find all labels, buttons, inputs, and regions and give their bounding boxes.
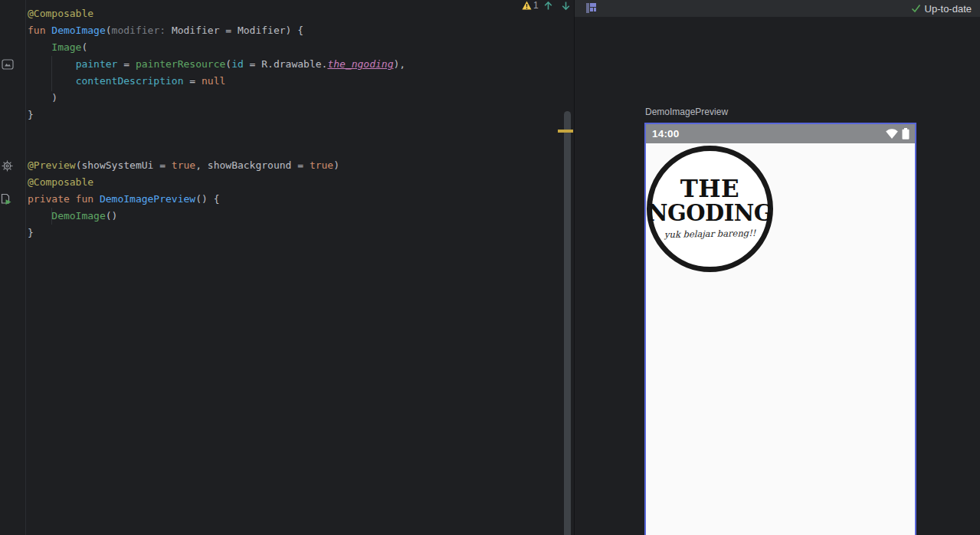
code-token: ): [333, 159, 339, 171]
code-line: contentDescription = null: [28, 73, 405, 90]
arrow-down-icon[interactable]: [561, 1, 571, 11]
gutter-separator: [25, 0, 26, 535]
code-text-area[interactable]: @Composablefun DemoImage(modifier: Modif…: [28, 5, 405, 241]
code-token: Modifier = Modifier) {: [172, 25, 303, 36]
the-ngoding-logo: THE NGODING yuk belajar bareng!!: [647, 146, 773, 272]
code-token: () {: [195, 193, 219, 205]
code-token: [28, 210, 51, 222]
device-statusbar: 14:00: [646, 124, 915, 143]
code-token: (): [106, 210, 118, 222]
code-token: [28, 58, 76, 70]
code-token: [28, 41, 51, 53]
inspections-widget[interactable]: 1: [522, 0, 571, 11]
code-token: @Composable: [28, 176, 93, 188]
code-token: (: [225, 58, 231, 70]
code-token: private fun: [28, 193, 100, 205]
code-token: DemoImage: [51, 210, 105, 222]
code-token: = R.drawable.: [244, 58, 328, 70]
editor-scrollbar-thumb[interactable]: [564, 111, 571, 535]
code-token: }: [28, 227, 34, 238]
logo-text-line2: NGODING: [647, 202, 772, 225]
code-token: id: [231, 58, 244, 70]
code-editor[interactable]: @Composablefun DemoImage(modifier: Modif…: [0, 0, 574, 535]
check-icon: [911, 4, 921, 13]
code-line: [28, 123, 405, 140]
code-token: @Composable: [28, 8, 93, 19]
preview-toolbar: Up-to-date: [575, 0, 980, 17]
code-line: DemoImage(): [28, 208, 405, 225]
warning-count: 1: [533, 0, 539, 11]
code-line: Image(: [28, 39, 405, 56]
build-status-chip[interactable]: Up-to-date: [911, 0, 972, 17]
code-token: @Preview: [28, 159, 76, 171]
preview-name-label[interactable]: DemoImagePreview: [645, 107, 728, 117]
battery-icon: [901, 127, 910, 140]
code-token: [28, 75, 76, 87]
logo-tagline: yuk belajar bareng!!: [664, 228, 756, 240]
code-line: @Composable: [28, 5, 405, 22]
code-token: DemoImage: [51, 25, 105, 36]
code-token: contentDescription: [76, 75, 184, 87]
code-token: Image: [51, 41, 81, 53]
code-token: ): [28, 92, 57, 103]
code-line: @Preview(showSystemUi = true, showBackgr…: [28, 157, 405, 174]
code-token: }: [28, 109, 34, 120]
code-token: painterResource: [136, 58, 225, 70]
code-token: fun: [28, 25, 51, 36]
code-token: modifier:: [112, 25, 172, 36]
code-token: ),: [393, 58, 405, 70]
layout-grid-icon[interactable]: [586, 3, 596, 13]
code-line: }: [28, 225, 405, 241]
code-token: =: [117, 58, 135, 70]
device-preview-frame[interactable]: 14:00 THE NGODING yuk belajar bareng!!: [644, 123, 916, 535]
code-token: null: [202, 75, 225, 87]
code-line: fun DemoImage(modifier: Modifier = Modif…: [28, 22, 405, 39]
code-token: the_ngoding: [327, 58, 393, 70]
code-token: true: [172, 159, 195, 171]
wifi-icon: [885, 128, 899, 139]
code-token: , showBackground =: [195, 159, 310, 171]
scrollbar-warning-marker[interactable]: [558, 130, 573, 133]
run-preview-icon[interactable]: [1, 193, 13, 205]
build-status-label: Up-to-date: [925, 3, 972, 15]
code-line: }: [28, 107, 405, 123]
code-line: ): [28, 90, 405, 107]
device-screen: THE NGODING yuk belajar bareng!!: [646, 143, 915, 535]
preview-settings-gear-icon[interactable]: [2, 160, 14, 172]
logo-text-line1: THE: [680, 179, 740, 200]
compose-preview-panel: Up-to-date DemoImagePreview 14:00 THE NG…: [575, 0, 980, 535]
code-token: painter: [76, 58, 118, 70]
code-line: @Composable: [28, 174, 405, 191]
code-line: [28, 140, 405, 157]
code-token: (: [81, 41, 87, 53]
code-token: =: [184, 75, 202, 87]
code-token: DemoImagePreview: [100, 193, 195, 205]
code-token: true: [310, 159, 333, 171]
warning-icon: [522, 1, 532, 10]
code-line: painter = painterResource(id = R.drawabl…: [28, 56, 405, 73]
statusbar-clock: 14:00: [646, 128, 680, 139]
code-line: private fun DemoImagePreview() {: [28, 191, 405, 208]
drawable-image-icon[interactable]: [2, 58, 14, 71]
code-token: (showSystemUi =: [76, 159, 172, 171]
arrow-up-icon[interactable]: [543, 1, 553, 11]
code-token: (: [106, 25, 112, 36]
